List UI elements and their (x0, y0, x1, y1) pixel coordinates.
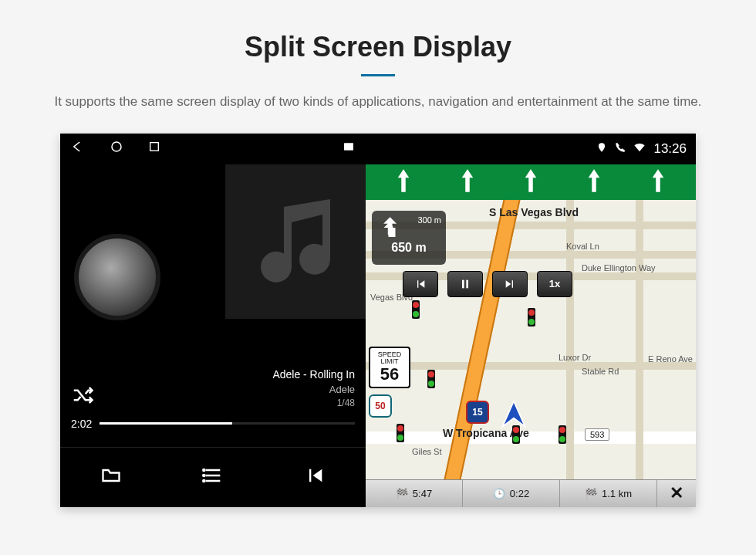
page-title: Split Screen Display (0, 31, 756, 63)
traffic-light-icon (427, 370, 435, 388)
speed-limit-label: SPEED LIMIT (370, 351, 409, 366)
lane-arrow-icon (459, 168, 476, 195)
location-icon (596, 142, 607, 155)
svg-point-4 (203, 475, 204, 476)
pause-button[interactable] (447, 271, 483, 297)
track-counter: 1/48 (272, 397, 355, 410)
street-label-main: S Las Vegas Blvd (489, 206, 579, 218)
lane-arrow-icon (586, 168, 602, 195)
traffic-light-icon (528, 308, 535, 327)
transport-knob[interactable] (74, 234, 160, 320)
phone-icon (615, 142, 626, 155)
music-main: Adele - Rolling In Adele 1/48 2:02 (60, 164, 366, 447)
eta-section[interactable]: 🏁 5:47 (366, 480, 463, 507)
svg-point-5 (203, 480, 204, 482)
svg-point-0 (112, 142, 121, 151)
flag-icon: 🏁 (585, 488, 597, 499)
close-button[interactable]: ✕ (657, 483, 696, 503)
back-icon[interactable] (71, 140, 85, 157)
speed-limit-sign: SPEED LIMIT 56 (369, 347, 410, 388)
duration-value: 0:22 (510, 488, 529, 499)
svg-point-3 (203, 469, 204, 471)
music-toolbar (60, 447, 366, 507)
street-label: E Reno Ave (648, 354, 693, 364)
street-label: Duke Ellington Way (582, 263, 656, 272)
page-subtitle: It supports the same screen display of t… (46, 92, 710, 112)
flag-icon: 🏁 (396, 488, 408, 499)
nav-pane: 13:26 S Las Vegas Blvd Koval Ln Duke Ell… (366, 134, 696, 507)
album-art-placeholder (225, 164, 366, 319)
picture-icon[interactable] (343, 140, 355, 157)
distance-value: 1.1 km (602, 488, 632, 499)
map[interactable]: S Las Vegas Blvd Koval Ln Duke Ellington… (366, 200, 696, 479)
music-note-icon (249, 195, 342, 288)
turn-distance: 650 m (391, 241, 426, 255)
eta-value: 5:47 (413, 488, 432, 499)
track-artist: Adele (272, 383, 355, 397)
prev-waypoint-button[interactable] (403, 271, 438, 297)
traffic-light-icon (397, 424, 404, 442)
vehicle-cursor-icon (497, 398, 531, 435)
previous-icon[interactable] (304, 465, 326, 489)
progress-fill (100, 422, 232, 425)
music-pane: Adele - Rolling In Adele 1/48 2:02 (60, 134, 366, 507)
turn-instruction: 300 m 650 m (372, 211, 446, 265)
address-pin: 593 (585, 428, 609, 441)
lane-arrow-icon (650, 168, 667, 195)
street-label: Stable Rd (582, 367, 619, 376)
interstate-shield: 15 (466, 401, 489, 424)
svg-rect-6 (462, 279, 464, 288)
folder-icon[interactable] (100, 465, 122, 489)
distance-section[interactable]: 🏁 1.1 km (560, 480, 657, 507)
playlist-icon[interactable] (202, 465, 224, 489)
svg-rect-2 (344, 143, 353, 150)
svg-rect-1 (150, 143, 159, 151)
home-icon[interactable] (110, 140, 123, 157)
android-nav-bar (60, 134, 366, 164)
street-label: Giles St (412, 447, 442, 456)
track-title: Adele - Rolling In (272, 367, 355, 383)
lane-guidance (366, 164, 696, 200)
speed-limit-value: 56 (370, 365, 409, 383)
android-status-bar: 13:26 (366, 134, 696, 164)
playback-speed-button[interactable]: 1x (537, 271, 572, 297)
turn-sub-distance: 300 m (417, 215, 441, 225)
accent-underline (361, 74, 395, 76)
route-shield: 50 (369, 394, 392, 418)
turn-left-icon (378, 214, 404, 242)
shuffle-icon[interactable] (71, 384, 94, 410)
clock-icon: 🕒 (493, 488, 505, 499)
recents-icon[interactable] (148, 140, 160, 157)
street-label: Luxor Dr (559, 353, 591, 362)
track-meta: Adele - Rolling In Adele 1/48 (272, 367, 355, 410)
lane-arrow-icon (522, 168, 539, 195)
progress-row[interactable]: 2:02 (71, 418, 355, 430)
svg-rect-7 (466, 279, 468, 288)
nav-bottombar: 🏁 5:47 🕒 0:22 🏁 1.1 km ✕ (366, 479, 696, 507)
lane-arrow-icon (395, 168, 412, 195)
progress-track[interactable] (100, 422, 355, 425)
traffic-light-icon (412, 300, 420, 319)
map-controls: 1x (403, 271, 572, 297)
duration-section[interactable]: 🕒 0:22 (463, 480, 560, 507)
next-waypoint-button[interactable] (492, 271, 528, 297)
elapsed-time: 2:02 (71, 418, 92, 430)
device-frame: Adele - Rolling In Adele 1/48 2:02 (60, 134, 696, 507)
wifi-icon (633, 141, 646, 156)
traffic-light-icon (559, 425, 566, 444)
status-clock: 13:26 (653, 141, 687, 157)
street-label: Koval Ln (566, 242, 599, 251)
